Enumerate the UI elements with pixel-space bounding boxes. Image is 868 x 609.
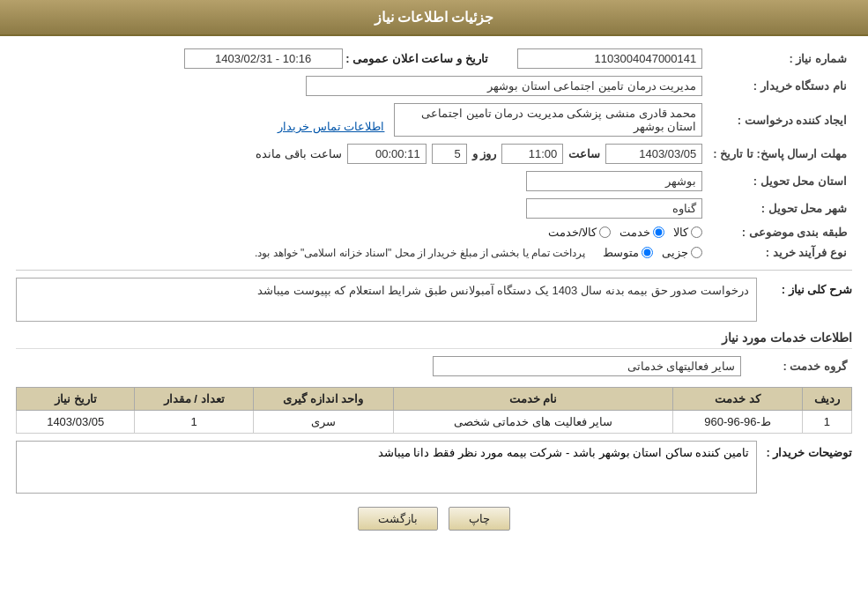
noe-farayand-note: پرداخت تمام یا بخشی از مبلغ خریدار از مح…	[255, 247, 585, 259]
sharh-koli-label: شرح کلی نیاز :	[764, 278, 852, 296]
page-title: جزئیات اطلاعات نیاز	[375, 10, 494, 25]
tarikh-value: 1403/02/31 - 10:16	[184, 48, 343, 69]
nam-dastgah-label: نام دستگاه خریدار :	[708, 72, 852, 100]
tawziyat-textarea[interactable]	[16, 441, 757, 494]
noe-motavasset-option[interactable]: متوسط	[603, 246, 653, 259]
col-date: تاریخ نیاز	[17, 388, 135, 411]
tabaqe-khedmat-option[interactable]: خدمت	[619, 226, 664, 239]
table-row: 1ط-96-96-960سایر فعالیت های خدماتی شخصیس…	[17, 411, 852, 434]
ostan-value: بوشهر	[526, 171, 702, 191]
mohlat-baqi-label: ساعت باقی مانده	[256, 147, 341, 160]
tarikh-label: تاریخ و ساعت اعلان عمومی :	[345, 52, 487, 65]
mohlat-roz: 5	[432, 144, 467, 164]
sharh-koli-value: درخواست صدور حق بیمه بدنه سال 1403 یک دس…	[16, 278, 757, 322]
col-name: نام خدمت	[393, 388, 673, 411]
khadamat-section-title: اطلاعات خدمات مورد نیاز	[16, 327, 852, 349]
noe-motavasset-label: متوسط	[603, 246, 639, 259]
tamas-khardar-link[interactable]: اطلاعات تماس خریدار	[278, 120, 384, 133]
mohlat-roz-label: روز و	[472, 147, 497, 160]
tabaqe-kala-radio[interactable]	[691, 227, 702, 238]
mohlat-saat: 11:00	[501, 144, 563, 164]
shomare-niaz-value: 1103004047000141	[517, 48, 702, 69]
page-header: جزئیات اطلاعات نیاز	[0, 0, 868, 36]
tabaqe-kala-khedmat-radio[interactable]	[599, 227, 611, 238]
col-unit: واحد اندازه گیری	[253, 388, 393, 411]
tawziyat-label: توضیحات خریدار :	[764, 441, 852, 459]
noe-motavasset-radio[interactable]	[642, 247, 653, 258]
mohlat-date: 1403/03/05	[605, 144, 702, 164]
tabaqe-khedmat-radio[interactable]	[653, 227, 664, 238]
shomare-niaz-label: شماره نیاز :	[708, 45, 852, 72]
noe-jozi-option[interactable]: جزیی	[662, 246, 702, 259]
tabaqe-kala-option[interactable]: کالا	[673, 226, 702, 239]
tabaqe-kala-khedmat-option[interactable]: کالا/خدمت	[548, 226, 612, 239]
col-code: کد خدمت	[673, 388, 803, 411]
tabaqe-kala-khedmat-label: کالا/خدمت	[548, 226, 597, 239]
mohlat-saat-label: ساعت	[568, 147, 600, 160]
shahr-value: گناوه	[526, 198, 702, 219]
tabaqe-kala-label: کالا	[673, 226, 688, 239]
khadamat-table: ردیف کد خدمت نام خدمت واحد اندازه گیری ت…	[16, 387, 852, 434]
noe-jozi-radio[interactable]	[691, 247, 702, 258]
noe-farayand-label: نوع فرآیند خرید :	[708, 242, 852, 263]
tabaqe-label: طبقه بندی موضوعی :	[708, 222, 852, 242]
ijad-konande-label: ایجاد کننده درخواست :	[708, 100, 852, 140]
ijad-konande-value: محمد قادری منشی پزشکی مدیریت درمان تامین…	[394, 103, 702, 137]
print-button[interactable]: چاپ	[449, 507, 510, 531]
mohlat-baqi: 00:00:11	[347, 144, 427, 164]
col-count: تعداد / مقدار	[135, 388, 253, 411]
tabaqe-khedmat-label: خدمت	[619, 226, 650, 239]
back-button[interactable]: بازگشت	[358, 507, 438, 531]
goroh-label: گروه خدمت :	[746, 353, 852, 380]
nam-dastgah-value: مدیریت درمان تامین اجتماعی استان بوشهر	[306, 76, 702, 96]
goroh-value: سایر فعالیتهای خدماتی	[433, 356, 741, 376]
shahr-label: شهر محل تحویل :	[708, 195, 852, 222]
mohlat-label: مهلت ارسال پاسخ: تا تاریخ :	[708, 140, 852, 167]
col-radif: ردیف	[802, 388, 851, 411]
noe-jozi-label: جزیی	[662, 246, 688, 259]
ostan-label: استان محل تحویل :	[708, 167, 852, 195]
